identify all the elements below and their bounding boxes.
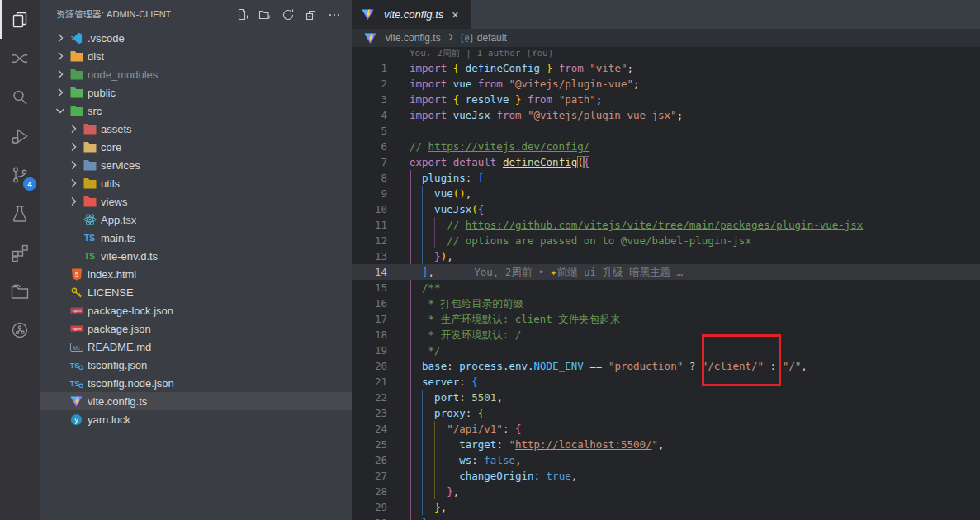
explorer-icon[interactable]	[0, 0, 40, 39]
new-folder-icon[interactable]	[256, 6, 274, 24]
chevron-right-icon	[445, 31, 457, 45]
code-line-4[interactable]: 4import vueJsx from "@vitejs/plugin-vue-…	[352, 107, 980, 123]
code-line-7[interactable]: 7export default defineConfig({	[352, 154, 980, 170]
code-line-26[interactable]: 26 ws: false,	[352, 452, 980, 468]
code-line-19[interactable]: 19 */	[352, 343, 980, 358]
tree-item-tsconfig.node.json[interactable]: TStsconfig.node.json	[40, 374, 352, 392]
code-line-15[interactable]: 15 /**	[352, 280, 980, 295]
yarn-icon: y	[69, 413, 83, 426]
code-line-9[interactable]: 9 vue(),	[352, 186, 980, 201]
run-debug-icon[interactable]	[0, 116, 40, 155]
line-number: 20	[352, 358, 410, 374]
code-line-13[interactable]: 13 }),	[352, 248, 980, 264]
code-line-29[interactable]: 29 },	[352, 499, 980, 515]
breadcrumb-symbol[interactable]: default	[477, 32, 507, 44]
code-line-25[interactable]: 25 target: "http://localhost:5500/",	[352, 437, 980, 452]
folder-icon	[83, 177, 97, 190]
line-number: 14	[352, 264, 410, 280]
line-number: 2	[352, 76, 410, 92]
code-area[interactable]: You, 2周前 | 1 author (You)1import { defin…	[352, 47, 980, 520]
code-line-3[interactable]: 3import { resolve } from "path";	[352, 92, 980, 107]
tree-item-README.md[interactable]: M↓README.md	[40, 338, 352, 356]
tree-item-App.tsx[interactable]: App.tsx	[40, 210, 352, 229]
ts-icon: TS	[83, 249, 97, 262]
code-line-27[interactable]: 27 changeOrigin: true,	[352, 468, 980, 484]
tree-item-utils[interactable]: utils	[40, 174, 352, 192]
code-line-1[interactable]: 1import { defineConfig } from "vite";	[352, 60, 980, 76]
tree-item-assets[interactable]: assets	[40, 120, 352, 138]
testing-icon[interactable]	[0, 194, 40, 233]
tree-item-node_modules[interactable]: node_modules	[40, 65, 352, 83]
tree-item-label: src	[88, 105, 102, 117]
code-line-30[interactable]: 30 },	[352, 515, 980, 520]
tree-item-views[interactable]: views	[40, 192, 352, 210]
chevron-collapsed-icon	[51, 86, 69, 99]
tree-item-index.html[interactable]: 5index.html	[40, 265, 352, 283]
line-number: 27	[352, 468, 410, 484]
code-line-18[interactable]: 18 * 开发环境默认: /	[352, 327, 980, 343]
chevron-expanded-icon	[51, 104, 69, 117]
code-line-21[interactable]: 21 server: {	[352, 374, 980, 390]
tree-item-package.json[interactable]: npmpackage.json	[40, 319, 352, 338]
code-line-8[interactable]: 8 plugins: [	[352, 170, 980, 186]
tree-item-yarn.lock[interactable]: yyarn.lock	[40, 410, 352, 428]
breadcrumb-file[interactable]: vite.config.ts	[386, 32, 441, 44]
line-number: 26	[352, 452, 410, 468]
symbol-default-icon: @	[461, 33, 473, 44]
code-line-20[interactable]: 20 base: process.env.NODE_ENV == "produc…	[352, 358, 980, 374]
tree-item-.vscode[interactable]: .vscode	[40, 29, 352, 47]
line-number: 19	[352, 343, 410, 358]
file-tree: .vscodedistnode_modulespublicsrcassetsco…	[40, 29, 352, 520]
tree-item-label: LICENSE	[88, 286, 134, 299]
code-line-11[interactable]: 11 // https://github.com/vitejs/vite/tre…	[352, 217, 980, 233]
tree-item-package-lock.json[interactable]: npmpackage-lock.json	[40, 301, 352, 319]
line-number: 5	[352, 123, 410, 139]
svg-text:5: 5	[75, 271, 78, 277]
tree-item-vite.config.ts[interactable]: vite.config.ts	[40, 392, 352, 410]
code-line-23[interactable]: 23 proxy: {	[352, 405, 980, 421]
npm-icon: npm	[69, 322, 83, 335]
code-line-5[interactable]: 5	[352, 123, 980, 139]
code-line-10[interactable]: 10 vueJsx({	[352, 201, 980, 217]
codelens-blame[interactable]: You, 2周前 | 1 author (You)	[410, 47, 553, 60]
tree-item-public[interactable]: public	[40, 83, 352, 102]
code-line-6[interactable]: 6// https://vitejs.dev/config/	[352, 139, 980, 154]
sparkle-icon: ✦	[551, 266, 557, 278]
extensions-icon[interactable]	[0, 233, 40, 272]
code-line-16[interactable]: 16 * 打包给目录的前缀	[352, 295, 980, 311]
tree-item-vite-env.d.ts[interactable]: TSvite-env.d.ts	[40, 247, 352, 265]
git-graph-icon[interactable]	[0, 310, 40, 349]
code-line-24[interactable]: 24 "/api/v1": {	[352, 421, 980, 437]
tree-item-LICENSE[interactable]: LICENSE	[40, 283, 352, 301]
tab-close-icon[interactable]: ×	[448, 7, 462, 21]
code-line-2[interactable]: 2import vue from "@vitejs/plugin-vue";	[352, 76, 980, 92]
refresh-icon[interactable]	[279, 6, 297, 24]
vs-logo-icon[interactable]	[0, 39, 40, 78]
code-line-12[interactable]: 12 // options are passed on to @vue/babe…	[352, 233, 980, 248]
code-line-17[interactable]: 17 * 生产环境默认: client 文件夹包起来	[352, 311, 980, 327]
vite-icon	[361, 8, 375, 21]
more-icon[interactable]	[325, 6, 343, 24]
tree-item-main.ts[interactable]: TSmain.ts	[40, 229, 352, 247]
tree-item-services[interactable]: services	[40, 156, 352, 174]
project-manager-icon[interactable]	[0, 272, 40, 310]
code-line-14[interactable]: 14 ],You, 2周前 • ✦前端 ui 升级 暗黑主题 …	[352, 264, 980, 280]
source-control-icon[interactable]: 4	[0, 155, 40, 194]
line-number: 25	[352, 437, 410, 452]
code-line-28[interactable]: 28 },	[352, 484, 980, 499]
activity-bar: 4	[0, 0, 40, 520]
tree-item-src[interactable]: src	[40, 102, 352, 120]
tab-vite-config[interactable]: vite.config.ts ×	[352, 0, 471, 29]
chevron-spacer	[51, 358, 69, 371]
collapse-all-icon[interactable]	[302, 6, 320, 24]
new-file-icon[interactable]	[233, 6, 251, 24]
search-icon[interactable]	[0, 78, 40, 116]
line-number: 11	[352, 217, 410, 233]
chevron-spacer	[64, 213, 83, 226]
code-line-22[interactable]: 22 port: 5501,	[352, 390, 980, 405]
vite-icon	[69, 395, 83, 408]
tree-item-tsconfig.json[interactable]: TStsconfig.json	[40, 356, 352, 374]
tree-item-dist[interactable]: dist	[40, 47, 352, 65]
chevron-collapsed-icon	[51, 31, 69, 45]
tree-item-core[interactable]: core	[40, 138, 352, 156]
